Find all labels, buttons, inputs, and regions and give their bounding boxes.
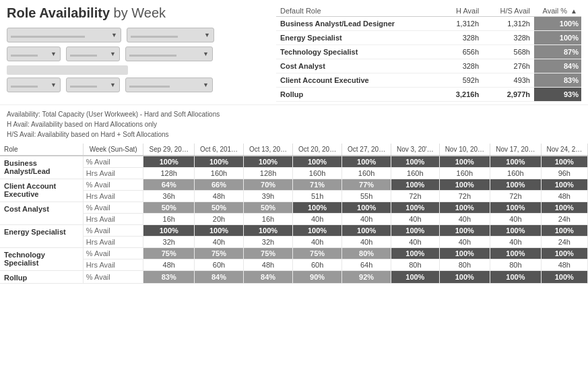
chevron-down-icon: ▼ [51, 82, 57, 88]
data-cell-5-0-8: 100% [541, 271, 587, 284]
data-cell-0-1-4: 160h [342, 168, 391, 179]
main-availability-table: RoleWeek (Sun-Sat)Sep 29, 20…Oct 6, 201…… [0, 144, 588, 284]
data-cell-5-0-2: 84% [244, 271, 293, 284]
data-cell-0-1-7: 160h [490, 168, 542, 179]
filter-select-4[interactable]: ▬▬▬▬ ▼ [66, 47, 120, 61]
filter-select-7[interactable]: ▬▬▬▬ ▼ [66, 78, 120, 92]
data-cell-1-1-2: 39h [244, 191, 293, 202]
data-cell-5-0-6: 100% [439, 271, 490, 284]
data-cell-3-1-4: 40h [342, 237, 391, 248]
data-cell-3-0-3: 100% [293, 225, 342, 237]
main-col-header-2: Sep 29, 20… [143, 144, 195, 156]
data-cell-4-1-0: 48h [143, 259, 195, 271]
data-cell-1-1-5: 72h [391, 191, 439, 202]
data-cell-0-1-2: 128h [244, 168, 293, 179]
data-cell-1-0-6: 100% [439, 179, 490, 191]
main-col-header-3: Oct 6, 201… [195, 144, 244, 156]
filter-select-3[interactable]: ▬▬▬▬ ▼ [7, 47, 61, 61]
table-row: TechnologySpecialist% Avail75%75%75%75%8… [0, 248, 588, 259]
data-cell-2-0-0: 50% [143, 202, 195, 214]
main-col-header-6: Oct 27, 20… [342, 144, 391, 156]
data-cell-2-1-2: 16h [244, 214, 293, 225]
summary-role-cell: Energy Specialist [276, 31, 441, 45]
data-cell-0-0-7: 100% [490, 156, 542, 168]
data-cell-2-0-6: 100% [439, 202, 490, 214]
chevron-down-icon: ▼ [51, 51, 57, 57]
data-cell-4-0-8: 100% [541, 248, 587, 259]
rollup-pct: 93% [534, 88, 581, 102]
data-cell-1-0-5: 100% [391, 179, 439, 191]
data-cell-4-1-1: 60h [195, 259, 244, 271]
data-cell-1-0-0: 64% [143, 179, 195, 191]
data-cell-2-1-1: 20h [195, 214, 244, 225]
filter-select-8[interactable]: ▬▬▬▬▬▬ ▼ [125, 78, 213, 92]
summary-havail-cell: 328h [441, 31, 483, 45]
data-cell-5-0-4: 92% [342, 271, 391, 284]
table-row: Cost Analyst% Avail50%50%50%100%100%100%… [0, 202, 588, 214]
data-cell-3-1-1: 40h [195, 237, 244, 248]
data-cell-4-1-3: 60h [293, 259, 342, 271]
data-cell-2-1-3: 40h [293, 214, 342, 225]
filter-select-6[interactable]: ▬▬▬▬ ▼ [7, 78, 61, 92]
data-cell-0-1-3: 160h [293, 168, 342, 179]
week-type-cell: % Avail [83, 248, 143, 259]
data-cell-3-1-5: 40h [391, 237, 439, 248]
chevron-down-icon: ▼ [204, 32, 210, 38]
main-col-header-10: Nov 24, 2… [541, 144, 587, 156]
summary-havail-cell: 592h [441, 73, 483, 88]
data-cell-0-1-6: 160h [439, 168, 490, 179]
sort-arrow-icon: ▲ [570, 7, 577, 15]
filter-select-2[interactable]: ▬▬▬▬▬▬▬ ▼ [127, 28, 214, 42]
data-cell-3-1-8: 24h [541, 237, 587, 248]
data-cell-0-1-5: 160h [391, 168, 439, 179]
data-cell-2-0-1: 50% [195, 202, 244, 214]
summary-pct-cell: 83% [534, 73, 581, 88]
data-cell-4-0-0: 75% [143, 248, 195, 259]
data-cell-3-1-0: 32h [143, 237, 195, 248]
summary-havail-cell: 328h [441, 59, 483, 73]
rollup-havail: 3,216h [441, 88, 483, 102]
data-cell-1-1-6: 72h [439, 191, 490, 202]
data-cell-3-0-5: 100% [391, 225, 439, 237]
main-col-header-4: Oct 13, 20… [244, 144, 293, 156]
summary-col-havail: H Avail [441, 5, 483, 17]
data-cell-3-0-7: 100% [490, 225, 542, 237]
filter-select-1[interactable]: ▬▬▬▬▬▬▬▬▬▬▬ ▼ [7, 28, 121, 42]
data-cell-4-1-7: 80h [490, 259, 542, 271]
summary-table: Default Role H Avail H/S Avail Avail % ▲… [276, 5, 581, 102]
data-cell-3-0-2: 100% [244, 225, 293, 237]
filter-select-5[interactable]: ▬▬▬▬▬▬▬ ▼ [125, 47, 213, 61]
main-col-header-8: Nov 10, 20… [439, 144, 490, 156]
data-cell-3-0-8: 100% [541, 225, 587, 237]
summary-havail-cell: 656h [441, 45, 483, 59]
data-cell-4-0-3: 75% [293, 248, 342, 259]
data-cell-4-1-2: 48h [244, 259, 293, 271]
role-name-cell: Client AccountExecutive [0, 179, 83, 202]
data-cell-3-1-6: 40h [439, 237, 490, 248]
data-cell-4-0-1: 75% [195, 248, 244, 259]
summary-pct-cell: 87% [534, 45, 581, 59]
data-cell-5-0-7: 100% [490, 271, 542, 284]
data-cell-2-1-5: 40h [391, 214, 439, 225]
data-cell-0-0-3: 100% [293, 156, 342, 168]
data-cell-1-1-3: 51h [293, 191, 342, 202]
week-type-cell: % Avail [83, 202, 143, 214]
role-name-cell: Cost Analyst [0, 202, 83, 225]
rollup-hsavail: 2,977h [483, 88, 534, 102]
data-cell-1-0-7: 100% [490, 179, 542, 191]
data-cell-5-0-0: 83% [143, 271, 195, 284]
week-type-cell: Hrs Avail [83, 259, 143, 271]
main-col-header-5: Oct 20, 20… [293, 144, 342, 156]
table-row: Energy Specialist% Avail100%100%100%100%… [0, 225, 588, 237]
week-type-cell: Hrs Avail [83, 168, 143, 179]
data-cell-3-0-6: 100% [439, 225, 490, 237]
data-cell-2-0-2: 50% [244, 202, 293, 214]
data-cell-0-1-8: 96h [541, 168, 587, 179]
data-cell-0-0-2: 100% [244, 156, 293, 168]
summary-col-pct: Avail % ▲ [534, 5, 581, 17]
chevron-down-icon: ▼ [111, 32, 117, 38]
main-col-header-0: Role [0, 144, 83, 156]
data-cell-2-1-6: 40h [439, 214, 490, 225]
summary-col-hsavail: H/S Avail [483, 5, 534, 17]
data-cell-3-0-0: 100% [143, 225, 195, 237]
